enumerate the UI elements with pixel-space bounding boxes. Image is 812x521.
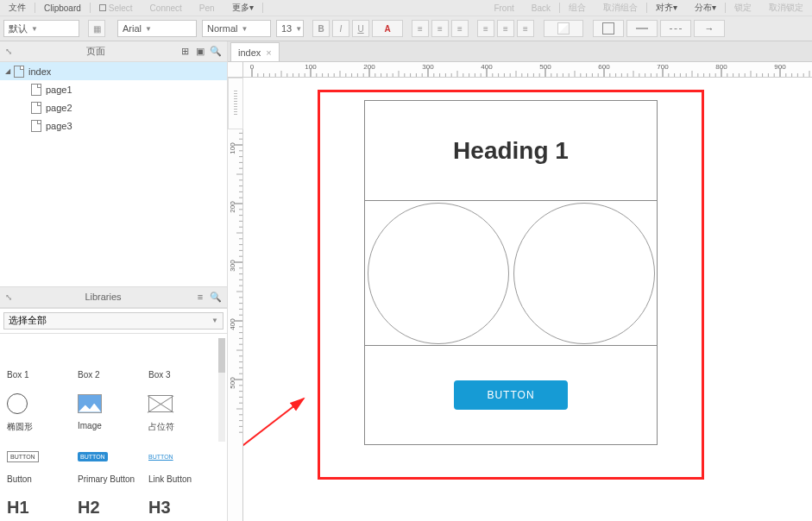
pages-panel-header: ⤡ 页面 ⊞ ▣ 🔍: [0, 41, 227, 62]
library-item[interactable]: Box 2: [72, 337, 143, 388]
btn-lock[interactable]: 锁定: [726, 2, 760, 14]
align-right-button[interactable]: ≡: [451, 20, 469, 37]
svg-line-176: [243, 399, 304, 492]
canvas-side-handle[interactable]: [228, 78, 243, 129]
ellipse-widget[interactable]: [368, 203, 509, 344]
artboard-footer-cell[interactable]: BUTTON: [365, 346, 657, 444]
align-left-button[interactable]: ≡: [412, 20, 429, 37]
vertical-ruler[interactable]: 0100200300400500: [228, 78, 243, 521]
tool-pen[interactable]: Pen: [191, 3, 223, 13]
style-dropdown[interactable]: 默认▼: [3, 20, 79, 37]
svg-text:600: 600: [598, 63, 610, 71]
heading-icon: H3: [148, 498, 171, 518]
valign-bottom-button[interactable]: ≡: [517, 20, 534, 37]
tree-toggle-icon[interactable]: ◢: [5, 67, 14, 75]
page-child[interactable]: page1: [0, 80, 227, 98]
top-menubar: 文件 Clipboard Select Connect Pen 更多▾ Fron…: [0, 0, 812, 16]
button-widget[interactable]: BUTTON: [454, 380, 567, 410]
line-color-button[interactable]: [593, 20, 624, 37]
bold-button[interactable]: B: [312, 20, 330, 37]
font-size-dropdown[interactable]: 13▼: [276, 20, 304, 37]
tab-label: index: [238, 47, 261, 58]
btn-unlock[interactable]: 取消锁定: [760, 2, 812, 14]
canvas[interactable]: Heading 1 BUTTON: [243, 78, 812, 521]
collapse-icon[interactable]: ⤡: [5, 292, 12, 302]
page-label: index: [28, 66, 51, 77]
tool-more[interactable]: 更多▾: [223, 2, 262, 14]
btn-align[interactable]: 对齐▾: [647, 2, 686, 14]
search-libraries-icon[interactable]: 🔍: [210, 291, 222, 303]
pages-tree: ◢ index page1 page2 page3: [0, 62, 227, 286]
library-item[interactable]: BUTTONLink Button: [143, 442, 214, 493]
page-label: page2: [46, 103, 72, 113]
tool-select[interactable]: Select: [91, 3, 142, 13]
arrow-style-button[interactable]: →: [694, 20, 725, 37]
artboard-middle-row: [365, 201, 657, 346]
horizontal-ruler[interactable]: 0100200300400500600700800900: [243, 62, 812, 78]
artboard-cell-left[interactable]: [365, 201, 511, 345]
font-color-button[interactable]: A: [372, 20, 403, 37]
library-item[interactable]: H2: [72, 493, 143, 521]
libraries-menu-icon[interactable]: ≡: [194, 291, 206, 303]
fill-color-button[interactable]: [544, 20, 583, 37]
library-item[interactable]: BUTTONButton: [2, 442, 72, 493]
page-child[interactable]: page2: [0, 98, 227, 116]
collapse-icon[interactable]: ⤡: [5, 47, 12, 56]
btn-front[interactable]: Front: [485, 3, 522, 13]
align-center-button[interactable]: ≡: [431, 20, 449, 37]
page-root[interactable]: ◢ index: [0, 62, 227, 80]
library-item[interactable]: H1: [2, 493, 72, 521]
add-page-icon[interactable]: ▣: [194, 46, 206, 58]
library-item[interactable]: BUTTONPrimary Button: [72, 442, 143, 493]
ruler-corner: [228, 62, 243, 78]
box-icon: [148, 341, 209, 365]
library-item-label: 椭圆形: [7, 421, 67, 433]
svg-text:200: 200: [229, 201, 236, 213]
libraries-body: 选择全部▼ Box 1Box 2Box 3椭圆形Image占位符BUTTONBu…: [0, 308, 227, 521]
svg-text:100: 100: [305, 63, 317, 71]
add-folder-icon[interactable]: ⊞: [179, 46, 191, 58]
btn-distribute[interactable]: 分布▾: [686, 2, 725, 14]
close-tab-icon[interactable]: ×: [266, 47, 271, 58]
page-child[interactable]: page3: [0, 116, 227, 135]
menu-clipboard[interactable]: Clipboard: [35, 3, 90, 13]
library-scrollbar[interactable]: [218, 338, 225, 442]
button-icon: BUTTON: [7, 451, 39, 462]
svg-text:700: 700: [657, 63, 669, 71]
btn-group[interactable]: 组合: [560, 2, 595, 14]
ellipse-widget[interactable]: [513, 203, 655, 344]
library-item[interactable]: H3: [143, 493, 214, 521]
valign-top-button[interactable]: ≡: [477, 20, 494, 37]
heading-widget[interactable]: Heading 1: [453, 137, 569, 165]
primary-button-icon: BUTTON: [78, 452, 108, 461]
svg-text:0: 0: [250, 63, 255, 71]
font-style-dropdown[interactable]: Normal▼: [202, 20, 271, 37]
btn-back[interactable]: Back: [523, 3, 559, 13]
library-filter-dropdown[interactable]: 选择全部▼: [3, 312, 223, 330]
search-pages-icon[interactable]: 🔍: [210, 46, 222, 58]
library-item[interactable]: 占位符: [143, 388, 214, 442]
tool-connect[interactable]: Connect: [142, 3, 191, 13]
underline-button[interactable]: U: [352, 20, 369, 37]
svg-text:500: 500: [539, 63, 551, 71]
library-item[interactable]: 椭圆形: [2, 388, 72, 442]
canvas-area: index × 0100200300400500600700800900 010…: [228, 41, 812, 521]
artboard-header-cell[interactable]: Heading 1: [365, 101, 657, 201]
btn-ungroup[interactable]: 取消组合: [595, 2, 646, 14]
paintformat-icon[interactable]: ▦: [88, 20, 105, 37]
document-tab[interactable]: index ×: [230, 42, 280, 61]
artboard[interactable]: Heading 1 BUTTON: [364, 100, 658, 445]
library-item[interactable]: Box 1: [2, 337, 72, 388]
library-item[interactable]: Image: [72, 388, 143, 442]
artboard-cell-right[interactable]: [511, 201, 657, 345]
valign-middle-button[interactable]: ≡: [497, 20, 514, 37]
font-family-dropdown[interactable]: Arial▼: [117, 20, 197, 37]
line-width-button[interactable]: [626, 20, 658, 37]
line-style-button[interactable]: [660, 20, 691, 37]
libraries-panel-header: ⤡ Libraries ≡ 🔍: [0, 286, 227, 307]
svg-text:200: 200: [363, 63, 375, 71]
menu-file[interactable]: 文件: [0, 2, 35, 14]
library-item[interactable]: Box 3: [143, 337, 214, 388]
link-button-icon: BUTTON: [148, 454, 173, 460]
italic-button[interactable]: I: [332, 20, 349, 37]
